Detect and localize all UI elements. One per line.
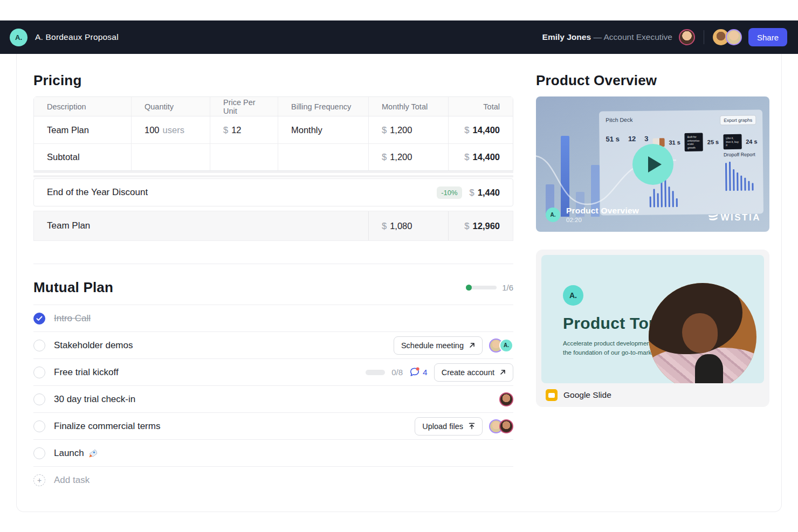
cell-total: $14,400 xyxy=(448,144,513,170)
plus-icon[interactable]: + xyxy=(33,474,45,486)
task-assignees[interactable] xyxy=(489,419,513,433)
wistia-wordmark: WISTIA xyxy=(721,212,761,223)
share-button[interactable]: Share xyxy=(748,28,787,46)
create-account-button[interactable]: Create account xyxy=(434,363,513,382)
currency-symbol: $ xyxy=(382,221,387,231)
price-value: 12 xyxy=(231,125,241,135)
video-title: Product Overview xyxy=(566,206,639,216)
comment-bubble-icon xyxy=(409,367,420,377)
column-header: Quantity xyxy=(131,97,210,116)
section-chip: Like it, love it, buy it xyxy=(723,134,741,149)
button-label: Create account xyxy=(442,368,494,377)
header-divider xyxy=(704,30,704,44)
monthly-value: 1,200 xyxy=(390,125,412,135)
dropoff-chart xyxy=(725,162,754,191)
avatar-initial: A. xyxy=(551,212,556,218)
summary-total: $12,960 xyxy=(448,211,513,240)
photo-inner-shirt xyxy=(695,354,723,383)
rocket-icon xyxy=(88,448,98,458)
discount-label: End of the Year Discount xyxy=(47,187,437,198)
table-row: Team Plan 100users $12 Monthly $1,200 $1… xyxy=(34,116,513,143)
dropoff-report-label: Dropoff Report xyxy=(724,152,755,158)
avatar[interactable] xyxy=(499,392,513,406)
currency-symbol: $ xyxy=(382,152,387,162)
workspace-avatar: A. xyxy=(10,29,27,46)
video-duration: 02:20 xyxy=(566,217,639,223)
play-button[interactable] xyxy=(632,144,673,185)
add-task-label: Add task xyxy=(54,475,90,486)
play-icon xyxy=(648,156,662,172)
task-label: Free trial kickoff xyxy=(54,367,357,378)
unread-dot-icon xyxy=(416,367,419,370)
attachment-card[interactable]: A. Product Tour Accelerate product devel… xyxy=(536,250,769,407)
checkbox-icon[interactable] xyxy=(33,447,45,459)
checkbox-icon[interactable] xyxy=(33,393,45,405)
discount-row: End of the Year Discount -10% $ 1,440 xyxy=(33,178,513,206)
add-task-row[interactable]: + Add task xyxy=(33,467,513,494)
avatar[interactable]: A. xyxy=(499,338,513,353)
section-time: 24 s xyxy=(746,139,758,145)
currency-symbol: $ xyxy=(223,125,228,135)
section-time: 25 s xyxy=(707,139,719,145)
tour-avatar: A. xyxy=(563,285,583,306)
cell-description: Team Plan xyxy=(34,116,131,143)
thumbnail-screen-title: Pitch Deck xyxy=(606,116,632,123)
section-chip: Built for enterprise-scale growth xyxy=(685,133,703,151)
summary-monthly: $1,080 xyxy=(368,211,448,240)
schedule-meeting-button[interactable]: Schedule meeting xyxy=(394,336,483,355)
summary-label: Team Plan xyxy=(34,211,368,240)
checkbox-icon[interactable] xyxy=(33,340,45,351)
avatar-initial: A. xyxy=(569,291,577,300)
total-value: 14,400 xyxy=(473,152,500,162)
google-slides-icon xyxy=(546,389,558,401)
avatar[interactable] xyxy=(499,419,513,433)
upload-files-button[interactable]: Upload files xyxy=(415,417,483,436)
cell-quantity: 100users xyxy=(131,116,210,143)
task-label: Finalize commercial terms xyxy=(54,421,406,432)
quantity-unit: users xyxy=(163,125,184,135)
task-label: Intro Call xyxy=(54,313,513,324)
summary-row: Team Plan $1,080 $12,960 xyxy=(33,211,513,241)
left-column: Pricing Description Quantity Price Per U… xyxy=(33,54,513,512)
cell-monthly-total: $1,200 xyxy=(368,116,448,143)
cell-description: Subtotal xyxy=(34,144,131,170)
tour-photo xyxy=(649,283,756,383)
monthly-value: 1,080 xyxy=(390,221,412,231)
monthly-value: 1,200 xyxy=(390,152,412,162)
google-slide-row[interactable]: Google Slide xyxy=(541,383,764,402)
workspace-avatar-initial: A. xyxy=(15,33,22,42)
thumbnail-section-chips: 31 s Built for enterprise-scale growth 2… xyxy=(652,133,758,152)
checkbox-icon[interactable] xyxy=(33,420,45,432)
total-value: 14,400 xyxy=(473,125,500,135)
proposal-card: Pricing Description Quantity Price Per U… xyxy=(16,54,782,512)
subtask-progress-bar xyxy=(366,370,385,375)
button-label: Upload files xyxy=(422,422,463,431)
column-header: Billing Frequency xyxy=(278,97,368,116)
section-time: 31 s xyxy=(669,139,680,146)
owner-role: — Account Executive xyxy=(594,32,672,42)
cell-monthly-total: $1,200 xyxy=(368,144,448,170)
button-label: Schedule meeting xyxy=(401,341,464,350)
task-assignees[interactable]: A. xyxy=(489,338,513,353)
table-row: Subtotal $1,200 $14,400 xyxy=(34,143,513,170)
quantity-value: 100 xyxy=(145,125,160,135)
task-label: Stakeholder demos xyxy=(54,340,385,351)
checkbox-checked-icon[interactable] xyxy=(33,313,45,324)
photo-face xyxy=(682,313,718,353)
owner-avatar[interactable] xyxy=(679,29,695,45)
app-header: A. A. Bordeaux Proposal Emily Jones — Ac… xyxy=(0,20,798,54)
checkbox-icon[interactable] xyxy=(33,367,45,378)
mutual-plan-header: Mutual Plan 1/6 xyxy=(33,264,513,305)
stat-value: 12 xyxy=(628,135,636,143)
cell-billing xyxy=(278,144,368,170)
collaborator-avatar[interactable] xyxy=(726,29,742,45)
total-value: 12,960 xyxy=(473,221,500,231)
column-header: Description xyxy=(34,97,131,116)
collaborator-avatars[interactable] xyxy=(713,29,742,45)
product-tour-slide[interactable]: A. Product Tour Accelerate product devel… xyxy=(541,255,764,383)
comments-indicator[interactable]: 4 xyxy=(409,367,428,377)
task-row-trial-checkin: 30 day trial check-in xyxy=(33,386,513,413)
task-assignees[interactable] xyxy=(499,392,513,406)
task-row-finalize-terms: Finalize commercial terms Upload files xyxy=(33,413,513,440)
video-player[interactable]: Pitch Deck Export graphs 51 s 12 3 31 s … xyxy=(536,96,769,232)
